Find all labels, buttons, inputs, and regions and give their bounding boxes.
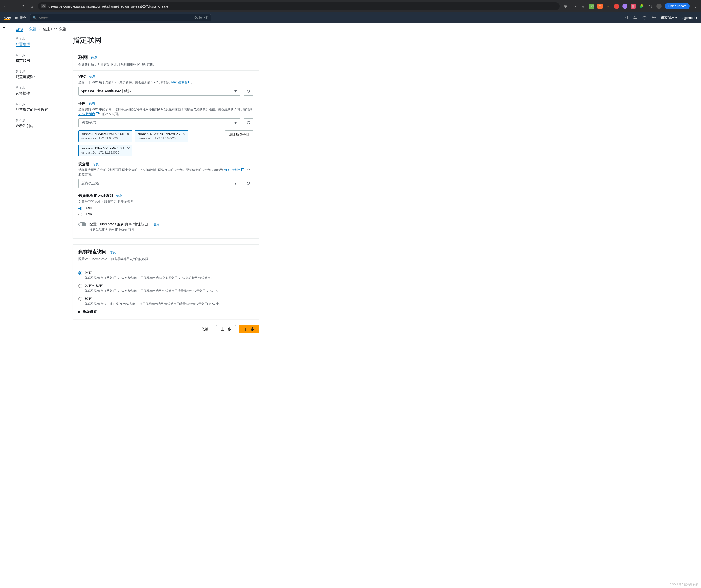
token-remove-icon[interactable]: ✕ <box>127 132 130 136</box>
ext-icon-4[interactable] <box>614 4 619 9</box>
subnet-refresh-button[interactable] <box>244 118 253 127</box>
ext-icon-5[interactable] <box>622 4 628 9</box>
endpoint-panel: 集群端点访问 信息 配置对 Kubernetes API 服务器终端节点的访问权… <box>72 244 259 319</box>
browser-forward[interactable]: → <box>11 4 17 8</box>
networking-panel: 联网 信息 创建集群后，无法更改 IP 地址系列和服务 IP 地址范围。 VPC… <box>72 50 259 239</box>
networking-heading: 联网 <box>78 54 88 60</box>
services-menu[interactable]: ▦ 服务 <box>15 15 26 20</box>
browser-menu[interactable]: ⋮ <box>693 4 698 8</box>
aws-search[interactable]: 🔍 [Option+S] <box>30 14 211 21</box>
info-link[interactable]: 信息 <box>92 163 99 166</box>
caret-down-icon: ▼ <box>234 181 237 186</box>
token-remove-icon[interactable]: ✕ <box>183 132 186 136</box>
endpoint-radio-input[interactable] <box>78 271 82 275</box>
endpoint-radio-input[interactable] <box>78 297 82 301</box>
aws-logo[interactable]: aws <box>4 16 11 20</box>
browser-back[interactable]: ← <box>3 4 8 8</box>
help-icon[interactable] <box>642 15 647 20</box>
ext-icon-3[interactable]: ∞ <box>606 4 611 9</box>
sg-select[interactable]: 选择安全组 ▼ <box>78 179 240 188</box>
pip-icon[interactable]: ▭ <box>571 4 577 8</box>
endpoint-radio[interactable]: 公有和私有集群终端节点可从您 的 VPC 外部访问。工作线程节点到终端节点的流量… <box>78 283 253 293</box>
prev-button[interactable]: 上一步 <box>216 325 236 333</box>
ext-icon-2[interactable]: Y <box>598 4 603 9</box>
svg-point-2 <box>653 17 654 18</box>
ext-icon-1[interactable]: ON <box>589 4 594 9</box>
vpc-group: VPC 信息 选择一个 VPC 用于您的 EKS 集群资源。要创建新的 VPC，… <box>78 74 253 95</box>
endpoint-radio-input[interactable] <box>78 284 82 288</box>
step-title: 配置集群 <box>16 42 62 47</box>
search-shortcut: [Option+S] <box>194 16 208 19</box>
breadcrumb-eks[interactable]: EKS <box>16 27 23 31</box>
token-az: us-east-2c <box>81 151 96 155</box>
vpc-console-link[interactable]: VPC 控制台 <box>78 112 98 116</box>
search-input[interactable] <box>39 16 192 20</box>
ipv4-radio[interactable]: IPv4 <box>78 206 253 210</box>
zoom-icon[interactable]: ⊕ <box>563 4 568 8</box>
step-label: 第 4 步 <box>16 86 62 90</box>
vpc-refresh-button[interactable] <box>244 87 253 95</box>
browser-home[interactable]: ⌂ <box>29 4 35 8</box>
info-link[interactable]: 信息 <box>89 75 95 78</box>
site-settings-icon[interactable]: ⚙ <box>41 4 46 8</box>
networking-subtitle: 创建集群后，无法更改 IP 地址系列和服务 IP 地址范围。 <box>73 61 259 70</box>
next-button[interactable]: 下一步 <box>239 325 259 333</box>
step-label: 第 2 步 <box>16 53 62 57</box>
subnet-token: subnet-0e3e4cc532a1b5260us-east-2a 172.3… <box>78 130 132 142</box>
browser-chrome: ← → ⟳ ⌂ ⚙ us-east-2.console.aws.amazon.c… <box>0 0 701 12</box>
account-menu[interactable]: zgpeace ▾ <box>682 16 697 20</box>
url-text: us-east-2.console.aws.amazon.com/eks/hom… <box>48 4 168 8</box>
cloudshell-icon[interactable] <box>624 15 628 20</box>
subnet-desc: 选择您的 VPC 中的子网，控制平面可能会将弹性网络接口(ENI)放置到这些子网… <box>78 107 253 116</box>
wizard-step[interactable]: 第 1 步配置集群 <box>16 37 62 47</box>
subnet-select[interactable]: 选择子网 ▼ <box>78 118 240 127</box>
settings-icon[interactable] <box>652 15 656 20</box>
bookmark-icon[interactable]: ☆ <box>580 4 586 8</box>
clear-subnets-button[interactable]: 清除所选子网 <box>225 130 253 139</box>
token-az: us-east-2a <box>81 136 96 140</box>
token-remove-icon[interactable]: ✕ <box>127 146 130 151</box>
info-link[interactable]: 信息 <box>116 194 122 198</box>
notifications-icon[interactable] <box>633 15 638 20</box>
token-az: us-east-2b <box>138 136 152 140</box>
cancel-button[interactable]: 取消 <box>197 325 213 333</box>
endpoint-heading: 集群端点访问 <box>78 249 106 255</box>
chevron-right-icon: › <box>39 27 40 31</box>
browser-reload[interactable]: ⟳ <box>20 4 26 8</box>
endpoint-radio[interactable]: 公有集群终端节点可从您 的 VPC 外部访问。工作线程节点将会离开您的 VPC … <box>78 270 253 280</box>
breadcrumb-clusters[interactable]: 集群 <box>29 27 36 32</box>
ipv6-radio[interactable]: IPv6 <box>78 212 253 216</box>
svc-range-toggle[interactable] <box>78 222 86 226</box>
address-bar[interactable]: ⚙ us-east-2.console.aws.amazon.com/eks/h… <box>38 2 559 10</box>
info-link[interactable]: 信息 <box>91 56 97 60</box>
subnet-placeholder: 选择子网 <box>81 120 96 125</box>
wizard-step: 第 4 步选择插件 <box>16 86 62 96</box>
side-drawer-toggle[interactable]: ≡ <box>0 23 8 588</box>
endpoint-radio[interactable]: 私有集群终端节点仅可通过您的 VPC 访问。从工作线程节点到终端节点的流量将始终… <box>78 296 253 306</box>
breadcrumb-current: 创建 EKS 集群 <box>43 27 66 32</box>
profile-avatar[interactable] <box>657 4 662 9</box>
endpoint-option-title: 公有和私有 <box>85 283 220 288</box>
info-link[interactable]: 信息 <box>109 251 116 254</box>
ext-icon-6[interactable]: 英 <box>631 4 636 9</box>
vpc-console-link[interactable]: VPC 控制台 <box>171 80 191 84</box>
sg-desc: 选择将应用到在您的控制平面子网中创建的 EKS 托管弹性网络接口的安全组。要创建… <box>78 168 253 177</box>
endpoint-option-desc: 集群终端节点可从您 的 VPC 外部访问。工作线程节点将会离开您的 VPC 以连… <box>85 276 214 280</box>
wizard-steps: 第 1 步配置集群第 2 步指定联网第 3 步配置可观测性第 4 步选择插件第 … <box>16 35 62 333</box>
extensions-icon[interactable]: 🧩 <box>639 4 645 8</box>
advanced-settings-toggle[interactable]: ▶ 高级设置 <box>78 309 253 314</box>
info-link[interactable]: 信息 <box>89 102 95 105</box>
endpoint-option-title: 公有 <box>85 270 214 275</box>
vpc-console-link[interactable]: VPC 控制台 <box>224 168 244 172</box>
vpc-value: vpc-0c417fc3149ab0842 | 默认 <box>81 89 131 93</box>
sg-refresh-button[interactable] <box>244 179 253 188</box>
svg-rect-0 <box>624 16 628 19</box>
finish-update-button[interactable]: Finish update <box>665 3 690 9</box>
token-id: subnet-020c31d42db6ed6a7 <box>138 132 181 136</box>
ipv4-radio-input[interactable] <box>78 207 82 210</box>
playlist-icon[interactable]: ≡♪ <box>648 4 653 8</box>
region-selector[interactable]: 俄亥俄州 ▾ <box>661 15 677 20</box>
vpc-select[interactable]: vpc-0c417fc3149ab0842 | 默认 ▼ <box>78 87 240 95</box>
ipv6-radio-input[interactable] <box>78 213 82 216</box>
info-link[interactable]: 信息 <box>153 222 159 227</box>
